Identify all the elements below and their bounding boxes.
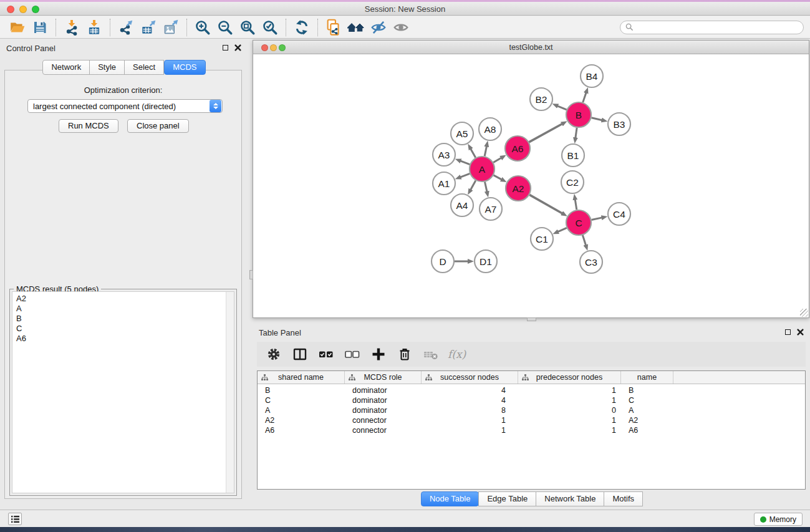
table-cell[interactable]: A [258,406,345,415]
zoom-selected-icon[interactable] [259,17,281,37]
tab-motifs[interactable]: Motifs [604,491,643,506]
tab-network[interactable]: Network [42,60,90,75]
window-resize-grip[interactable] [800,309,808,317]
table-cell[interactable]: 4 [422,386,518,395]
graph-edge-A-A4[interactable] [471,180,476,190]
graph-edge-B-B4[interactable] [583,93,586,103]
table-cell[interactable]: 1 [422,426,518,435]
table-cell[interactable]: connector [345,416,422,425]
graph-edge-A-A6[interactable] [493,158,501,162]
splitter-handle[interactable] [249,270,253,279]
graph-edge-A-A3[interactable] [460,161,470,165]
tab-network-table[interactable]: Network Table [536,491,604,506]
table-cell[interactable]: 1 [422,416,518,425]
zoom-in-icon[interactable] [191,17,214,37]
table-cell[interactable]: 8 [422,406,518,415]
graph-edge-B-B1[interactable] [576,128,577,138]
memory-button[interactable]: Memory [754,513,803,526]
column-header-name[interactable]: name [621,371,673,384]
export-image-icon[interactable] [160,17,182,37]
table-row[interactable]: Bdominator41B [258,385,805,395]
table-cell[interactable]: connector [345,426,422,435]
column-header-mcds-role[interactable]: MCDS role [345,371,422,384]
table-row[interactable]: Adominator80A [258,405,805,415]
mcds-result-item[interactable]: A2 [14,294,224,304]
graph-edge-C-C3[interactable] [582,235,586,245]
table-cell[interactable]: dominator [345,406,422,415]
import-table-icon[interactable] [83,17,105,37]
table-cell[interactable]: 1 [518,416,621,425]
graph-edge-A6-B[interactable] [529,123,562,142]
network-canvas[interactable]: B4B2BB3A5A8A6B1A3AA1C2A2A4A7C4CC1C3DD1 [253,54,809,317]
column-header-successor-nodes[interactable]: successor nodes [422,371,518,384]
delete-row-trash-icon[interactable] [394,344,415,365]
graphics-details-icon[interactable] [367,17,390,37]
tab-node-table[interactable]: Node Table [421,491,480,506]
table-cell[interactable]: A2 [621,416,673,425]
import-network-icon[interactable] [60,17,83,37]
mcds-result-item[interactable]: C [14,324,224,334]
graph-edge-A-A2[interactable] [494,175,502,180]
graph-edge-C-C1[interactable] [558,228,567,231]
show-columns-icon[interactable] [289,344,311,365]
close-table-panel-icon[interactable] [797,329,804,336]
function-builder-icon[interactable]: f(x) [448,348,466,360]
tab-select[interactable]: Select [124,60,164,75]
graph-edge-A-A8[interactable] [485,146,486,156]
export-network-icon[interactable] [115,17,137,37]
graph-edge-B-B2[interactable] [557,106,567,110]
table-cell[interactable]: dominator [345,386,422,395]
table-row[interactable]: A2connector11A2 [258,415,805,425]
save-icon[interactable] [29,17,51,37]
table-cell[interactable]: 1 [518,396,621,405]
graph-edge-C-C4[interactable] [592,218,602,220]
table-cell[interactable]: C [621,396,673,405]
network-window-titlebar[interactable]: testGlobe.txt [253,41,809,54]
copy-network-icon[interactable] [322,17,345,37]
zoom-out-icon[interactable] [214,17,236,37]
run-mcds-button[interactable]: Run MCDS [59,119,118,133]
graph-edge-C-C2[interactable] [575,200,577,210]
graph-edge-A-A7[interactable] [485,182,487,192]
mcds-result-item[interactable]: B [14,314,224,324]
float-table-panel-icon[interactable] [785,329,791,335]
tab-mcds[interactable]: MCDS [164,60,205,75]
table-cell[interactable]: C [258,396,345,405]
optimization-criterion-dropdown[interactable]: largest connected component (directed) [27,99,223,113]
network-graph[interactable]: B4B2BB3A5A8A6B1A3AA1C2A2A4A7C4CC1C3DD1 [253,54,809,317]
close-panel-button[interactable]: Close panel [127,119,189,133]
mcds-result-listbox[interactable]: A2ABCA6 [12,291,234,493]
mcds-result-item[interactable]: A [14,304,224,314]
birds-eye-icon[interactable] [390,17,412,37]
close-panel-icon[interactable] [234,44,241,51]
search-input[interactable] [637,23,798,32]
graph-edge-A-A5[interactable] [471,148,476,157]
table-row[interactable]: Cdominator41C [258,395,805,405]
table-cell[interactable]: 4 [422,396,518,405]
delete-table-icon[interactable] [420,344,441,365]
graph-edge-A-A1[interactable] [460,173,470,177]
graph-edge-A2-C[interactable] [529,195,562,213]
tab-edge-table[interactable]: Edge Table [478,491,536,506]
result-scrollbar[interactable] [226,292,234,493]
column-header-predecessor-nodes[interactable]: predecessor nodes [518,371,621,384]
refresh-icon[interactable] [291,17,313,37]
table-cell[interactable]: dominator [345,396,422,405]
add-row-icon[interactable] [368,344,389,365]
zoom-fit-icon[interactable] [236,17,259,37]
float-panel-icon[interactable] [223,45,228,51]
table-cell[interactable]: 0 [518,406,621,415]
table-cell[interactable]: A [621,406,673,415]
table-cell[interactable]: 1 [518,426,621,435]
open-folder-icon[interactable] [6,17,29,37]
task-history-button[interactable] [8,513,22,525]
search-field[interactable] [620,21,804,34]
export-table-icon[interactable] [137,17,160,37]
table-cell[interactable]: B [258,386,345,395]
home-icon[interactable] [345,17,367,37]
table-cell[interactable]: A6 [621,426,673,435]
table-cell[interactable]: A2 [258,416,345,425]
tab-style[interactable]: Style [89,60,125,75]
splitter-handle[interactable] [527,317,536,321]
table-cell[interactable]: B [621,386,673,395]
